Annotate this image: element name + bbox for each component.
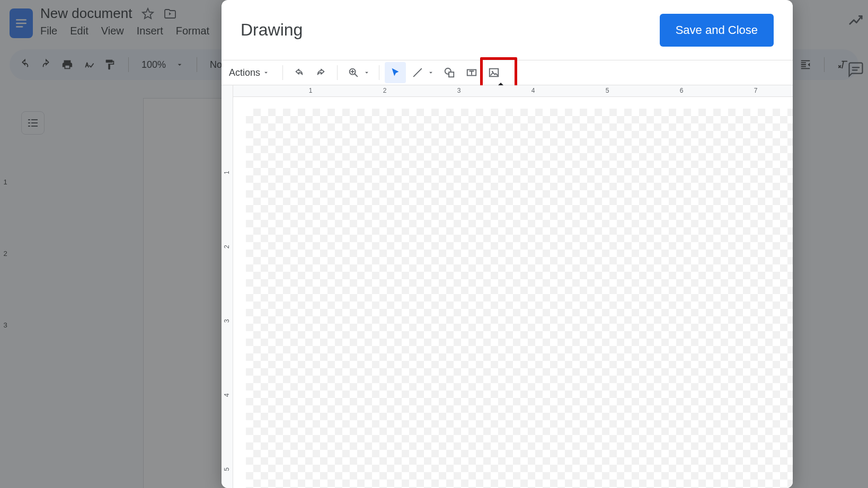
line-icon xyxy=(412,67,423,78)
ruler-tick: 6 xyxy=(680,87,684,94)
zoom-menu[interactable] xyxy=(343,62,374,83)
textbox-tool[interactable] xyxy=(461,62,482,83)
drawing-dialog: Drawing Save and Close Actions xyxy=(222,0,793,488)
ruler-tick: 3 xyxy=(223,319,231,323)
shape-tool[interactable] xyxy=(439,62,460,83)
svg-rect-2 xyxy=(449,72,454,77)
line-tool[interactable] xyxy=(407,62,438,83)
drawing-dialog-title: Drawing xyxy=(241,20,303,40)
drawing-toolbar: Actions xyxy=(222,60,793,85)
actions-label: Actions xyxy=(229,67,260,78)
ruler-tick: 2 xyxy=(383,87,387,94)
save-and-close-button[interactable]: Save and Close xyxy=(660,14,774,47)
ruler-tick: 3 xyxy=(457,87,461,94)
chevron-down-icon xyxy=(262,69,270,76)
drawing-vertical-ruler: 1 2 3 4 5 xyxy=(222,85,233,488)
ruler-tick: 5 xyxy=(223,467,231,471)
drawing-dialog-header: Drawing Save and Close xyxy=(222,0,793,60)
drawing-canvas[interactable] xyxy=(233,97,793,488)
undo-button[interactable] xyxy=(288,62,309,83)
ruler-tick: 2 xyxy=(223,245,231,249)
select-tool[interactable] xyxy=(385,62,406,83)
drawing-horizontal-ruler: 1 2 3 4 5 6 7 xyxy=(233,85,793,97)
actions-menu[interactable]: Actions xyxy=(225,63,277,83)
ruler-tick: 7 xyxy=(754,87,758,94)
drawing-canvas-area: 1 2 3 4 5 1 2 3 4 5 6 7 xyxy=(222,85,793,488)
ruler-tick: 4 xyxy=(532,87,535,94)
ruler-tick: 5 xyxy=(606,87,609,94)
chevron-down-icon xyxy=(363,69,370,76)
canvas-checkerboard xyxy=(246,109,793,488)
ruler-tick: 4 xyxy=(223,393,231,397)
zoom-icon xyxy=(348,67,359,78)
chevron-down-icon xyxy=(427,69,435,76)
ruler-tick: 1 xyxy=(309,87,313,94)
redo-button[interactable] xyxy=(311,62,332,83)
ruler-tick: 1 xyxy=(223,171,231,174)
